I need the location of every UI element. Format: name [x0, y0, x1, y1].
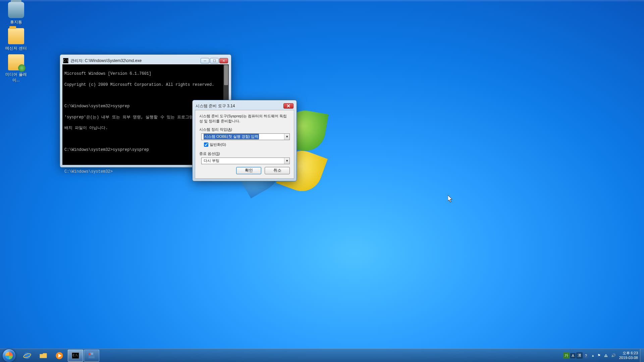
- ime-help-chip[interactable]: ?: [583, 353, 589, 358]
- language-bar[interactable]: 가 A 漢 ?: [563, 352, 588, 359]
- desktop-icon-label: 미디어 플레이...: [3, 72, 29, 83]
- sysprep-body: 시스템 준비 도구(Sysprep)는 컴퓨터의 하드웨어 독립성 및 정리를 …: [195, 110, 294, 179]
- cmd-icon: C:\: [71, 351, 80, 360]
- scrollbar-thumb[interactable]: [224, 65, 228, 85]
- cleanup-action-label: 시스템 정리 작업(A): [199, 127, 290, 132]
- taskbar-clock[interactable]: 오후 6:23 2019-03-08: [619, 351, 638, 360]
- cmd-line: 배치 파일이 아닙니다.: [64, 126, 108, 130]
- minimize-button[interactable]: ─: [201, 58, 209, 63]
- cmd-line: C:\Windows\system32>sysprep: [64, 104, 129, 109]
- folder-icon: [8, 28, 24, 44]
- svg-point-7: [89, 353, 91, 355]
- start-button[interactable]: [0, 349, 18, 362]
- close-button[interactable]: [283, 103, 293, 109]
- clock-date: 2019-03-08: [619, 356, 638, 360]
- generalize-checkbox[interactable]: [204, 142, 208, 147]
- chevron-down-icon: ▾: [284, 134, 289, 140]
- cmd-line: 'sysprep'은(는) 내부 또는 외부 명령, 실행할 수 있는 프로그램…: [64, 115, 206, 120]
- media-folder-icon: [8, 54, 24, 70]
- volume-icon[interactable]: 🔊: [611, 353, 616, 358]
- svg-text:C:\: C:\: [73, 353, 78, 357]
- generalize-label: 일반화(G): [210, 142, 226, 147]
- ie-icon: [23, 351, 32, 360]
- window-sysprep[interactable]: 시스템 준비 도구 3.14 시스템 준비 도구(Sysprep)는 컴퓨터의 …: [192, 100, 297, 181]
- ime-mode-chip[interactable]: 가: [563, 352, 570, 359]
- folder-icon: [39, 351, 48, 360]
- desktop-icon-media-player[interactable]: 미디어 플레이...: [3, 54, 29, 83]
- network-icon[interactable]: 🖧: [604, 354, 608, 358]
- taskbar-pinned-items: C:\: [18, 349, 99, 362]
- shutdown-option-label: 종료 옵션(S): [199, 151, 290, 156]
- taskbar-item-wmp[interactable]: [52, 350, 67, 362]
- desktop-icon-recycle-bin[interactable]: 휴지통: [3, 2, 29, 25]
- clock-time: 오후 6:23: [619, 351, 638, 355]
- desktop-icon-label: 휴지통: [3, 19, 29, 25]
- media-player-icon: [55, 351, 64, 360]
- generalize-checkbox-row[interactable]: 일반화(G): [204, 142, 290, 147]
- taskbar-item-ie[interactable]: [19, 350, 35, 362]
- sysprep-icon: [87, 351, 96, 360]
- cleanup-action-value: 시스템 OOBE(첫 실행 경험) 입력: [204, 134, 259, 139]
- cmd-line: C:\Windows\system32>sysprep\sysprep: [64, 147, 149, 152]
- system-tray: 가 A 漢 ? ▴ ⚑ 🖧 🔊 오후 6:23 2019-03-08: [563, 349, 644, 362]
- cmd-line: C:\Windows\system32>: [64, 169, 113, 174]
- cmd-line: Microsoft Windows [Version 6.1.7601]: [64, 71, 151, 76]
- mouse-cursor-icon: [448, 195, 453, 203]
- svg-point-0: [24, 352, 31, 359]
- input-mode-chip[interactable]: A: [570, 353, 575, 358]
- taskbar-item-explorer[interactable]: [36, 350, 51, 362]
- sysprep-titlebar[interactable]: 시스템 준비 도구 3.14: [195, 103, 294, 109]
- cmd-title: 관리자: C:\Windows\System32\cmd.exe: [70, 58, 201, 64]
- chevron-down-icon: ▾: [284, 158, 289, 164]
- maximize-button[interactable]: ☐: [210, 58, 219, 63]
- tray-show-hidden-icon[interactable]: ▴: [592, 353, 594, 358]
- sysprep-description: 시스템 준비 도구(Sysprep)는 컴퓨터의 하드웨어 독립성 및 정리를 …: [199, 114, 290, 124]
- svg-rect-5: [89, 354, 95, 358]
- desktop-icon-label: 메신저 센터: [3, 46, 29, 51]
- shutdown-option-combo[interactable]: 다시 부팅 ▾: [201, 158, 290, 164]
- recycle-bin-icon: [8, 2, 24, 18]
- action-center-icon[interactable]: ⚑: [597, 353, 601, 358]
- cancel-button[interactable]: 취소: [265, 167, 290, 174]
- cmd-icon: C:\: [63, 58, 68, 63]
- cmd-titlebar[interactable]: C:\ 관리자: C:\Windows\System32\cmd.exe ─ ☐…: [62, 57, 229, 64]
- sysprep-title: 시스템 준비 도구 3.14: [196, 103, 283, 109]
- ok-button[interactable]: 확인: [236, 167, 261, 174]
- taskbar-item-cmd[interactable]: C:\: [68, 350, 83, 362]
- cmd-line: Copyright (c) 2009 Microsoft Corporation…: [64, 82, 214, 87]
- close-button[interactable]: ✕: [219, 58, 228, 63]
- close-icon: [287, 104, 290, 108]
- taskbar[interactable]: C:\ 가 A 漢 ? ▴ ⚑ 🖧 🔊 오후 6:23 2019-03-08: [0, 349, 644, 362]
- shutdown-option-value: 다시 부팅: [204, 158, 219, 163]
- cleanup-action-combo[interactable]: 시스템 OOBE(첫 실행 경험) 입력 ▾: [201, 133, 290, 140]
- taskbar-item-sysprep[interactable]: [84, 350, 99, 362]
- hanja-chip[interactable]: 漢: [576, 352, 583, 359]
- desktop-icon-messenger-center[interactable]: 메신저 센터: [3, 28, 29, 51]
- windows-orb-icon: [3, 349, 15, 362]
- show-desktop-button[interactable]: [640, 349, 644, 362]
